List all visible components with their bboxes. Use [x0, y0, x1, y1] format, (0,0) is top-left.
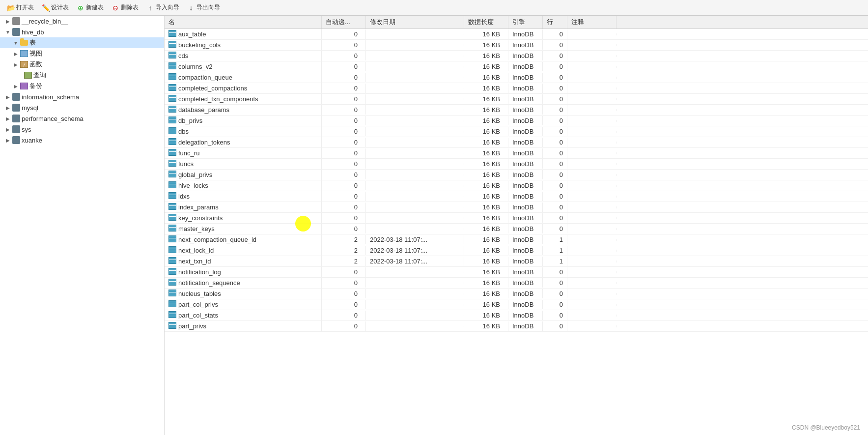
table-engine: InnoDB	[508, 235, 543, 244]
table-row[interactable]: next_compaction_queue_id 2 2022-03-18 11…	[165, 234, 868, 245]
backup-icon	[20, 82, 28, 90]
table-comment	[567, 271, 616, 273]
expand-icon: ▶	[4, 104, 12, 112]
table-row[interactable]: delegation_tokens 0 16 KB InnoDB 0	[165, 137, 868, 148]
table-auto: 0	[322, 300, 366, 309]
table-icon	[168, 127, 176, 136]
table-row[interactable]: idxs 0 16 KB InnoDB 0	[165, 191, 868, 202]
sidebar-item-views[interactable]: ▶ 视图	[0, 48, 164, 59]
table-row[interactable]: completed_compactions 0 16 KB InnoDB 0	[165, 83, 868, 94]
table-row[interactable]: part_privs 0 16 KB InnoDB 0	[165, 321, 868, 332]
table-row[interactable]: bucketing_cols 0 16 KB InnoDB 0	[165, 40, 868, 51]
table-row[interactable]: key_constraints 0 16 KB InnoDB 0	[165, 213, 868, 224]
table-icon	[168, 300, 176, 309]
table-name: func_ru	[178, 149, 199, 157]
table-row[interactable]: completed_txn_components 0 16 KB InnoDB …	[165, 94, 868, 105]
table-name: database_params	[178, 106, 229, 114]
table-row[interactable]: aux_table 0 16 KB InnoDB 0	[165, 29, 868, 40]
table-engine: InnoDB	[508, 29, 543, 39]
table-size: 16 KB	[464, 289, 508, 298]
table-row[interactable]: index_params 0 16 KB InnoDB 0	[165, 202, 868, 213]
table-row[interactable]: hive_locks 0 16 KB InnoDB 0	[165, 180, 868, 191]
col-name: 名	[165, 16, 322, 29]
table-rows: 0	[543, 311, 567, 320]
table-row[interactable]: master_keys 0 16 KB InnoDB 0	[165, 224, 868, 234]
table-icon	[168, 279, 176, 287]
table-icon	[168, 225, 176, 233]
new-table-button[interactable]: ⊕ 新建表	[74, 2, 107, 13]
table-row[interactable]: cds 0 16 KB InnoDB 0	[165, 51, 868, 61]
sidebar-item-perfschema[interactable]: ▶ performance_schema	[0, 113, 164, 124]
table-row[interactable]: notification_sequence 0 16 KB InnoDB 0	[165, 278, 868, 289]
table-row[interactable]: next_txn_id 2 2022-03-18 11:07:... 16 KB…	[165, 256, 868, 267]
table-rows: 0	[543, 116, 567, 125]
table-name: part_col_privs	[178, 301, 218, 308]
table-comment	[567, 66, 616, 68]
table-auto: 2	[322, 246, 366, 255]
table-rows: 1	[543, 257, 567, 266]
table-row[interactable]: db_privs 0 16 KB InnoDB 0	[165, 116, 868, 126]
table-icon	[168, 322, 176, 330]
table-comment	[567, 228, 616, 230]
sidebar-item-funcs[interactable]: ▶ f 函数	[0, 59, 164, 70]
delete-table-button[interactable]: ⊖ 删除表	[109, 2, 141, 13]
table-engine: InnoDB	[508, 159, 543, 169]
table-row[interactable]: global_privs 0 16 KB InnoDB 0	[165, 170, 868, 180]
table-size: 16 KB	[464, 84, 508, 93]
table-size: 16 KB	[464, 192, 508, 201]
table-body: aux_table 0 16 KB InnoDB 0 bucketing_col…	[165, 29, 868, 435]
sidebar-item-queries[interactable]: 查询	[0, 70, 164, 81]
table-name: bucketing_cols	[178, 41, 221, 49]
table-name: funcs	[178, 160, 194, 168]
query-icon	[24, 71, 32, 79]
table-row[interactable]: funcs 0 16 KB InnoDB 0	[165, 159, 868, 170]
table-auto: 0	[322, 51, 366, 60]
sidebar-item-hivedb[interactable]: ▼ hive_db	[0, 27, 164, 37]
expand-icon	[20, 71, 24, 79]
table-row[interactable]: dbs 0 16 KB InnoDB 0	[165, 126, 868, 137]
export-button[interactable]: ↓ 导出向导	[184, 2, 223, 13]
table-row[interactable]: func_ru 0 16 KB InnoDB 0	[165, 148, 868, 159]
db-icon	[12, 115, 21, 122]
table-row[interactable]: part_col_privs 0 16 KB InnoDB 0	[165, 299, 868, 310]
table-date	[366, 98, 464, 100]
sidebar-label: 函数	[29, 60, 42, 69]
table-rows: 0	[543, 300, 567, 309]
sidebar-item-xuanke[interactable]: ▶ xuanke	[0, 135, 164, 145]
table-row[interactable]: compaction_queue 0 16 KB InnoDB 0	[165, 72, 868, 83]
table-auto: 0	[322, 170, 366, 179]
import-button[interactable]: ↑ 导入向导	[143, 2, 182, 13]
design-table-button[interactable]: ✏️ 设计表	[39, 2, 72, 13]
sidebar-label: 查询	[33, 71, 46, 80]
table-comment	[567, 250, 616, 252]
table-auto: 0	[322, 148, 366, 158]
table-rows: 0	[543, 181, 567, 190]
sidebar-item-infoschema[interactable]: ▶ information_schema	[0, 91, 164, 102]
table-engine: InnoDB	[508, 289, 543, 298]
table-date	[366, 217, 464, 219]
sidebar-item-sys[interactable]: ▶ sys	[0, 124, 164, 135]
table-row[interactable]: part_col_stats 0 16 KB InnoDB 0	[165, 310, 868, 321]
table-rows: 0	[543, 138, 567, 147]
table-icon	[168, 95, 176, 103]
table-size: 16 KB	[464, 159, 508, 169]
table-comment	[567, 239, 616, 241]
table-row[interactable]: next_lock_id 2 2022-03-18 11:07:... 16 K…	[165, 245, 868, 256]
expand-icon: ▶	[4, 17, 12, 25]
table-row[interactable]: database_params 0 16 KB InnoDB 0	[165, 105, 868, 116]
open-table-button[interactable]: 📂 打开表	[4, 2, 37, 13]
table-name: next_lock_id	[178, 247, 214, 254]
table-size: 16 KB	[464, 181, 508, 190]
db-icon	[12, 104, 21, 112]
table-row[interactable]: nucleus_tables 0 16 KB InnoDB 0	[165, 289, 868, 299]
table-row[interactable]: columns_v2 0 16 KB InnoDB 0	[165, 61, 868, 72]
table-rows: 0	[543, 127, 567, 136]
sidebar-item-tables[interactable]: ▼ 表	[0, 37, 164, 48]
table-size: 16 KB	[464, 278, 508, 288]
sidebar-item-recycle[interactable]: ▶ __recycle_bin__	[0, 16, 164, 27]
sidebar-item-backups[interactable]: ▶ 备份	[0, 81, 164, 91]
table-date	[366, 142, 464, 144]
sidebar-item-mysql[interactable]: ▶ mysql	[0, 102, 164, 113]
table-row[interactable]: notification_log 0 16 KB InnoDB 0	[165, 267, 868, 278]
table-date	[366, 131, 464, 133]
